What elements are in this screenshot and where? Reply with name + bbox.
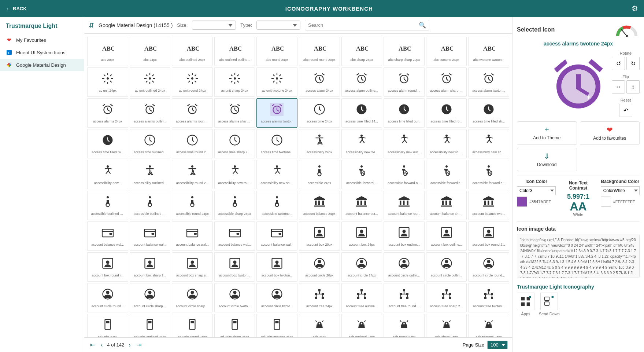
icon-cell-65[interactable]: account box 20px [299,221,340,251]
sidebar-item-google[interactable]: Google Material Design [0,59,84,71]
icon-cell-34[interactable]: access time twotone... [256,129,297,158]
icon-cell-93[interactable]: ad units sharp 24px [214,314,255,337]
type-select[interactable]: Filled Outlined Round Sharp Twotone [256,21,300,30]
icon-cell-10[interactable]: ac unit 24px [87,67,128,97]
icon-cell-96[interactable]: adb outlined 24px [341,314,382,337]
icon-cell-98[interactable]: adb sharp 24px [426,314,467,337]
icon-cell-16[interactable]: access alarm outline... [341,67,382,97]
back-button[interactable]: ← BACK [6,6,27,11]
gear-icon[interactable]: ⚙ [632,4,638,13]
icon-cell-5[interactable]: ABCabc round round 20px [299,37,340,66]
flip-horizontal-button[interactable]: ↔ [612,80,625,94]
icon-cell-89[interactable]: account tree twoton... [468,283,509,312]
icon-cell-9[interactable]: ABCabc twotone twoton... [468,37,509,66]
icon-cell-79[interactable]: account circle round... [468,252,509,282]
download-button[interactable]: ⇓ Download [517,148,577,171]
prev-page-button[interactable]: ‹ [99,341,104,349]
icon-cell-99[interactable]: adb twotone 24px [468,314,509,337]
icon-cell-62[interactable]: account balance wal... [172,221,213,251]
rotate-right-button[interactable]: ↻ [626,57,640,70]
icon-cell-18[interactable]: access alarm sharp 2... [426,67,467,97]
icon-cell-75[interactable]: account circle 20px [299,252,340,282]
search-input[interactable] [308,22,419,28]
icon-cell-77[interactable]: account circle outlin... [384,252,425,282]
icon-cell-20[interactable]: access alarms 24px [87,98,128,128]
icon-cell-97[interactable]: adb round 24px [384,314,425,337]
icon-cell-61[interactable]: account balance wal... [130,221,171,251]
icon-cell-60[interactable]: account balance wal... [87,221,128,251]
icon-cell-8[interactable]: ABCabc twotone 24px [426,37,467,66]
icon-cell-37[interactable]: accessibility new out... [384,129,425,158]
icon-cell-90[interactable]: ad units 24px [87,314,128,337]
icon-cell-81[interactable]: account circle sharp ... [130,283,171,312]
icon-cell-3[interactable]: ABCabc outlined outline... [214,37,255,66]
icon-cell-80[interactable]: account circle round... [87,283,128,312]
icon-cell-67[interactable]: account box outline... [384,221,425,251]
icon-cell-24[interactable]: access alarms twoto... [256,98,297,128]
icon-cell-95[interactable]: adb 24px [299,314,340,337]
icon-cell-76[interactable]: account circle 24px [341,252,382,282]
icon-cell-70[interactable]: account box round r... [87,252,128,282]
icon-cell-46[interactable]: accessible forward ... [341,160,382,189]
flip-vertical-button[interactable]: ↕ [626,80,640,94]
bg-color-select[interactable]: ColorWhite ColorBlack [601,186,640,195]
icon-cell-6[interactable]: ABCabc sharp 24px [341,37,382,66]
icon-cell-45[interactable]: accessible 24px [299,160,340,189]
icon-cell-42[interactable]: accessibility round 2... [172,160,213,189]
icon-cell-1[interactable]: ABCabc 24px [130,37,171,66]
iconography-item-apps[interactable]: Apps [517,293,534,316]
icon-cell-39[interactable]: accessibility new sha... [468,129,509,158]
sidebar-item-favourites[interactable]: ❤ My Favourites [0,34,84,46]
icon-cell-35[interactable]: accessibility 24px [299,129,340,158]
icon-cell-0[interactable]: ABCabc 20px [87,37,128,66]
icon-cell-25[interactable]: access time 24px [299,98,340,128]
icon-cell-14[interactable]: ac unit twotone 24px [256,67,297,97]
first-page-button[interactable]: ⇤ [89,341,96,349]
icon-color-swatch[interactable] [517,197,527,207]
icon-cell-57[interactable]: account balance rou... [384,191,425,220]
icon-cell-64[interactable]: account balance wal... [256,221,297,251]
icon-cell-87[interactable]: account tree round ... [384,283,425,312]
reset-button[interactable]: ↶ [619,104,632,117]
icon-cell-82[interactable]: account circle sharp ... [172,283,213,312]
icon-cell-15[interactable]: access alarm 24px [299,67,340,97]
icon-cell-68[interactable]: account box outline... [426,221,467,251]
icon-cell-41[interactable]: accessibility outlined... [130,160,171,189]
icon-cell-43[interactable]: accessibility new rou... [214,160,255,189]
icon-cell-71[interactable]: account box sharp 2... [130,252,171,282]
add-to-theme-button[interactable]: + Add to Theme [517,121,577,145]
icon-cell-12[interactable]: ac unit round 24px [172,67,213,97]
icon-cell-13[interactable]: ac unit sharp 24px [214,67,255,97]
icon-cell-50[interactable]: accessible outlined 2... [87,191,128,220]
icon-cell-88[interactable]: account tree sharp 2... [426,283,467,312]
icon-cell-40[interactable]: accessibility new... [87,160,128,189]
icon-cell-85[interactable]: account tree 24px [299,283,340,312]
icon-cell-29[interactable]: access time filled sh... [468,98,509,128]
icon-cell-22[interactable]: access alarms round... [172,98,213,128]
rotate-left-button[interactable]: ↺ [612,57,625,70]
icon-cell-2[interactable]: ABCabc outlined 24px [172,37,213,66]
icon-cell-53[interactable]: accessible sharp 24px [214,191,255,220]
add-to-favourites-button[interactable]: ❤ Add to favourites [580,121,640,145]
icon-cell-52[interactable]: accessible round 24px [172,191,213,220]
bg-color-swatch[interactable] [601,197,611,207]
icon-cell-86[interactable]: account tree outline... [341,283,382,312]
icon-cell-26[interactable]: access time filled 24... [341,98,382,128]
icon-cell-69[interactable]: account box round 2... [468,221,509,251]
size-select[interactable]: 20px 24px [192,21,236,30]
icon-cell-59[interactable]: account balance two... [468,191,509,220]
icon-cell-54[interactable]: accessible twotone... [256,191,297,220]
icon-cell-66[interactable]: account box 24px [341,221,382,251]
icon-cell-72[interactable]: account box sharp s... [172,252,213,282]
icon-cell-31[interactable]: access time outlined... [130,129,171,158]
icon-cell-84[interactable]: account circle twoto... [256,283,297,312]
icon-cell-94[interactable]: ad units twotone 24px [256,314,297,337]
sidebar-item-fluent[interactable]: F Fluent UI System Icons [0,46,84,59]
pagesize-select[interactable]: 100 50 200 [487,341,508,349]
icon-cell-28[interactable]: access time filled ro... [426,98,467,128]
icon-color-select[interactable]: Color3 Color1 Color2 [517,186,556,195]
icon-cell-17[interactable]: access alarm round ... [384,67,425,97]
icon-cell-51[interactable]: accessible outlined 2... [130,191,171,220]
search-button[interactable]: 🔍 [419,22,426,29]
icon-cell-63[interactable]: account balance wal... [214,221,255,251]
